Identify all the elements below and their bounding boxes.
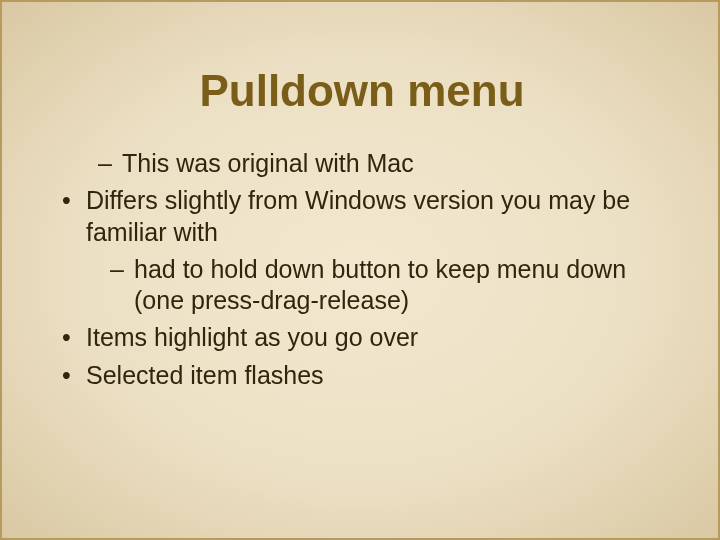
- list-item: Differs slightly from Windows version yo…: [50, 185, 670, 248]
- list-item: had to hold down button to keep menu dow…: [50, 254, 670, 317]
- list-item-text: Differs slightly from Windows version yo…: [86, 186, 630, 245]
- list-item-text: Items highlight as you go over: [86, 323, 418, 351]
- slide-body: This was original with Mac Differs sligh…: [50, 142, 670, 397]
- slide: Pulldown menu This was original with Mac…: [0, 0, 720, 540]
- list-item-text: Selected item flashes: [86, 361, 324, 389]
- list-item: This was original with Mac: [50, 148, 670, 179]
- list-item-text: This was original with Mac: [122, 149, 414, 177]
- list-item-text: had to hold down button to keep menu dow…: [134, 255, 626, 314]
- slide-title: Pulldown menu: [2, 66, 720, 116]
- list-item: Selected item flashes: [50, 360, 670, 391]
- list-item: Items highlight as you go over: [50, 322, 670, 353]
